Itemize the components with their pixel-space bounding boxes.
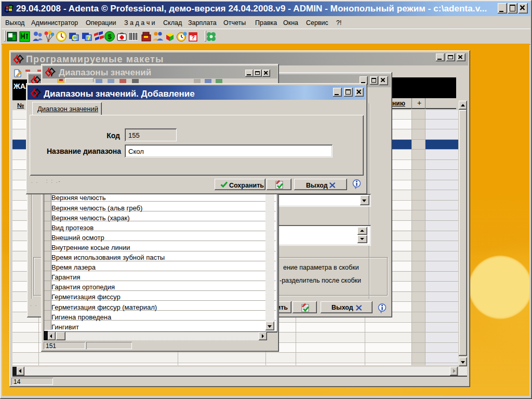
svg-text:?: ? <box>191 34 195 41</box>
svg-text:$: $ <box>108 33 112 41</box>
